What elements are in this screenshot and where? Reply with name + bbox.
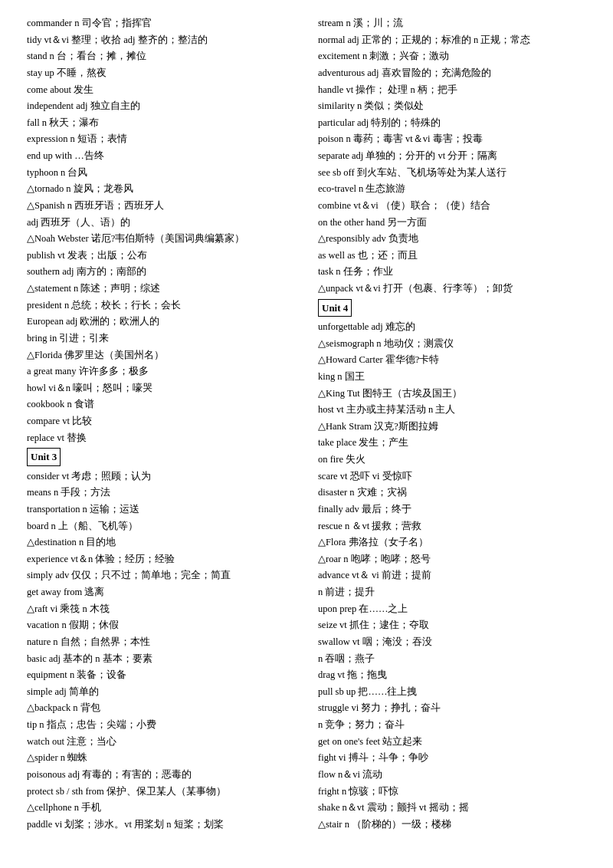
vocabulary-entry: rescue n ＆vt 援救；营救: [318, 518, 586, 534]
unit-header: Unit 3: [27, 446, 295, 467]
vocabulary-entry: pull sb up 把……往上拽: [318, 684, 586, 700]
vocabulary-entry: drag vt 拖；拖曳: [318, 667, 586, 683]
vocabulary-entry: eco-travel n 生态旅游: [318, 181, 586, 197]
vocabulary-entry: tip n 指点；忠告；尖端；小费: [27, 717, 295, 733]
vocabulary-entry: n 竞争；努力；奋斗: [318, 717, 586, 733]
vocabulary-entry: get away from 逃离: [27, 584, 295, 600]
vocabulary-entry: advance vt＆ vi 前进；提前: [318, 567, 586, 584]
vocabulary-entry: handle vt 操作； 处理 n 柄；把手: [318, 82, 586, 98]
vocabulary-entry: come about 发生: [27, 82, 295, 98]
vocabulary-entry: protect sb / sth from 保护、保卫某人（某事物）: [27, 784, 295, 800]
vocabulary-entry: take place 发生；产生: [318, 435, 586, 451]
vocabulary-entry: watch out 注意；当心: [27, 734, 295, 750]
vocabulary-entry: vacation n 假期；休假: [27, 617, 295, 633]
vocabulary-entry: n 前进；提升: [318, 584, 586, 600]
vocabulary-entry: consider vt 考虑；照顾；认为: [27, 469, 295, 485]
vocabulary-entry: △seismograph n 地动仪；测震仪: [318, 336, 586, 352]
vocabulary-entry: △Howard Carter 霍华德?卡特: [318, 352, 586, 368]
vocabulary-entry: board n 上（船、飞机等）: [27, 518, 295, 534]
vocabulary-entry: commander n 司令官；指挥官: [27, 15, 295, 31]
vocabulary-entry: simply adv 仅仅；只不过；简单地；完全；简直: [27, 567, 295, 584]
vocabulary-entry: particular adj 特别的；特殊的: [318, 115, 586, 131]
vocabulary-entry: fright n 惊骇；吓惊: [318, 784, 586, 800]
vocabulary-entry: shake n＆vt 震动；颤抖 vt 摇动；摇: [318, 800, 586, 816]
vocabulary-entry: excitement n 刺激；兴奋；激动: [318, 48, 586, 64]
vocabulary-entry: publish vt 发表；出版；公布: [27, 248, 295, 264]
vocabulary-entry: host vt 主办或主持某活动 n 主人: [318, 402, 586, 418]
vocabulary-entry: △Flora 弗洛拉（女子名）: [318, 534, 586, 551]
vocabulary-entry: replace vt 替换: [27, 430, 295, 446]
vocabulary-entry: stay up 不睡，熬夜: [27, 65, 295, 81]
vocabulary-entry: cookbook n 食谱: [27, 396, 295, 413]
vocabulary-entry: task n 任务；作业: [318, 264, 586, 280]
vocabulary-entry: △roar n 咆哮；咆哮；怒号: [318, 551, 586, 567]
vocabulary-entry: poisonous adj 有毒的；有害的；恶毒的: [27, 767, 295, 783]
vocabulary-entry: get on one's feet 站立起来: [318, 734, 586, 750]
vocabulary-entry: poison n 毒药；毒害 vt＆vi 毒害；投毒: [318, 131, 586, 147]
vocabulary-entry: △backpack n 背包: [27, 700, 295, 716]
vocabulary-entry: howl vi＆n 嚎叫；怒叫；嚎哭: [27, 380, 295, 396]
vocabulary-entry: on fire 失火: [318, 452, 586, 468]
vocabulary-entry: scare vt 恐吓 vi 受惊吓: [318, 469, 586, 485]
vocabulary-entry: similarity n 类似；类似处: [318, 98, 586, 114]
vocabulary-entry: △King Tut 图特王（古埃及国王）: [318, 386, 586, 402]
vocabulary-entry: experience vt＆n 体验；经历；经验: [27, 551, 295, 567]
vocabulary-entry: △destination n 目的地: [27, 534, 295, 551]
vocabulary-entry: finally adv 最后；终于: [318, 501, 586, 518]
vocabulary-entry: △Florida 佛罗里达（美国州名）: [27, 347, 295, 363]
vocabulary-entry: president n 总统；校长；行长；会长: [27, 298, 295, 314]
vocabulary-entry: see sb off 到火车站、飞机场等处为某人送行: [318, 165, 586, 181]
vocabulary-entry: compare vt 比较: [27, 413, 295, 429]
left-column: commander n 司令官；指挥官tidy vt＆vi 整理；收拾 adj …: [23, 15, 306, 833]
vocabulary-entry: simple adj 简单的: [27, 684, 295, 700]
vocabulary-entry: a great many 许许多多；极多: [27, 363, 295, 380]
vocabulary-entry: typhoon n 台风: [27, 165, 295, 181]
vocabulary-entry: European adj 欧洲的；欧洲人的: [27, 314, 295, 330]
vocabulary-entry: nature n 自然；自然界；本性: [27, 634, 295, 650]
vocabulary-entry: paddle vi 划桨；涉水。vt 用桨划 n 短桨；划桨: [27, 817, 295, 833]
vocabulary-entry: as well as 也；还；而且: [318, 248, 586, 264]
vocabulary-entry: △statement n 陈述；声明；综述: [27, 281, 295, 297]
vocabulary-entry: fall n 秋天；瀑布: [27, 115, 295, 131]
vocabulary-entry: tidy vt＆vi 整理；收拾 adj 整齐的；整洁的: [27, 32, 295, 48]
vocabulary-entry: king n 国王: [318, 369, 586, 385]
vocabulary-entry: means n 手段；方法: [27, 485, 295, 501]
vocabulary-entry: △Spanish n 西班牙语；西班牙人: [27, 198, 295, 214]
vocabulary-entry: basic adj 基本的 n 基本；要素: [27, 651, 295, 667]
vocabulary-entry: on the other hand 另一方面: [318, 215, 586, 231]
vocabulary-entry: transportation n 运输；运送: [27, 501, 295, 518]
vocabulary-entry: fight vi 搏斗；斗争；争吵: [318, 750, 586, 766]
vocabulary-entry: separate adj 单独的；分开的 vt 分开；隔离: [318, 148, 586, 164]
vocabulary-entry: end up with …告终: [27, 148, 295, 164]
vocabulary-entry: flow n＆vi 流动: [318, 767, 586, 783]
vocabulary-entry: △cellphone n 手机: [27, 800, 295, 816]
vocabulary-entry: n 吞咽；燕子: [318, 651, 586, 667]
vocabulary-entry: △tornado n 旋风；龙卷风: [27, 181, 295, 197]
vocabulary-entry: equipment n 装备；设备: [27, 667, 295, 683]
vocabulary-entry: disaster n 灾难；灾祸: [318, 485, 586, 501]
vocabulary-entry: upon prep 在……之上: [318, 601, 586, 617]
vocabulary-entry: △spider n 蜘蛛: [27, 750, 295, 766]
vocabulary-entry: southern adj 南方的；南部的: [27, 264, 295, 280]
vocabulary-entry: expression n 短语；表情: [27, 131, 295, 147]
page-container: commander n 司令官；指挥官tidy vt＆vi 整理；收拾 adj …: [23, 15, 590, 833]
vocabulary-entry: △Hank Stram 汉克?斯图拉姆: [318, 419, 586, 435]
vocabulary-entry: △unpack vt＆vi 打开（包裹、行李等）；卸货: [318, 281, 586, 297]
unit-header: Unit 4: [318, 298, 586, 318]
right-column: stream n 溪；川；流normal adj 正常的；正规的；标准的 n 正…: [306, 15, 590, 833]
vocabulary-entry: bring in 引进；引来: [27, 330, 295, 347]
vocabulary-entry: stream n 溪；川；流: [318, 15, 586, 31]
vocabulary-entry: seize vt 抓住；逮住；夺取: [318, 617, 586, 633]
vocabulary-entry: swallow vt 咽；淹没；吞没: [318, 634, 586, 650]
vocabulary-entry: △responsibly adv 负责地: [318, 231, 586, 247]
vocabulary-entry: adventurous adj 喜欢冒险的；充满危险的: [318, 65, 586, 81]
vocabulary-entry: normal adj 正常的；正规的；标准的 n 正规；常态: [318, 32, 586, 48]
vocabulary-entry: stand n 台；看台；摊，摊位: [27, 48, 295, 64]
vocabulary-entry: struggle vi 努力；挣扎；奋斗: [318, 700, 586, 716]
vocabulary-entry: adj 西班牙（人、语）的: [27, 215, 295, 231]
vocabulary-entry: independent adj 独立自主的: [27, 98, 295, 114]
vocabulary-entry: △raft vi 乘筏 n 木筏: [27, 601, 295, 617]
vocabulary-entry: △Noah Webster 诺厄?韦伯斯特（美国词典编纂家）: [27, 231, 295, 247]
vocabulary-entry: unforgettable adj 难忘的: [318, 319, 586, 335]
vocabulary-entry: combine vt＆vi （使）联合；（使）结合: [318, 198, 586, 214]
